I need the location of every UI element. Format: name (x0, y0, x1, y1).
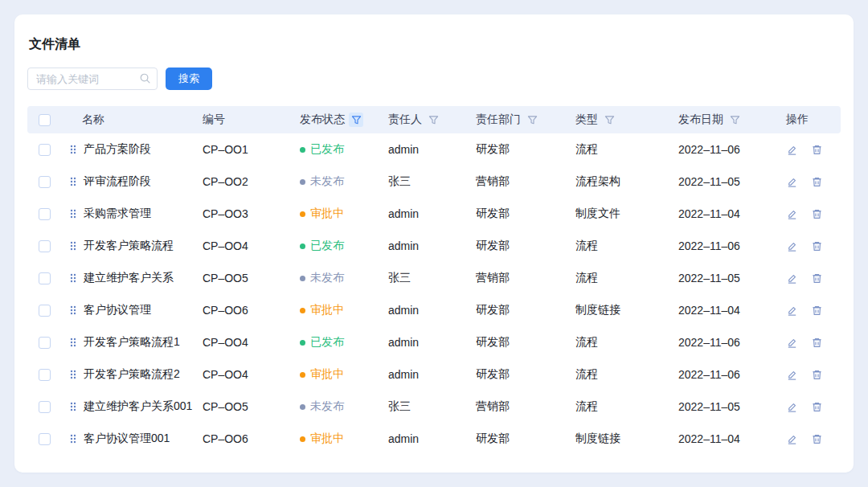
delete-icon[interactable] (811, 401, 823, 413)
row-date: 2022–11–04 (675, 432, 773, 445)
row-name: 开发客户策略流程2 (84, 367, 180, 382)
table-row: 开发客户策略流程2 CP–OO4 审批中 admin 研发部 流程 2022–1… (27, 358, 841, 391)
table-row: 客户协议管理001 CP–OO6 审批中 admin 研发部 制度链接 2022… (27, 423, 841, 455)
row-checkbox[interactable] (39, 144, 51, 156)
column-label: 名称 (82, 113, 104, 127)
table-row: 评审流程阶段 CP–OO2 未发布 张三 营销部 流程架构 2022–11–05 (27, 166, 841, 198)
table-row: 采购需求管理 CP–OO3 审批中 admin 研发部 制度文件 2022–11… (27, 198, 841, 230)
column-label: 操作 (786, 113, 809, 127)
status-dot-icon (300, 372, 305, 378)
row-checkbox[interactable] (39, 240, 51, 252)
delete-icon[interactable] (811, 240, 823, 252)
edit-icon[interactable] (786, 433, 798, 445)
column-header-code: 编号 (199, 113, 296, 127)
drag-handle-icon[interactable] (69, 433, 77, 444)
search-button[interactable]: 搜索 (166, 68, 212, 90)
edit-icon[interactable] (786, 176, 798, 188)
row-owner: 张三 (386, 174, 473, 189)
drag-handle-icon[interactable] (69, 144, 77, 155)
drag-handle-icon[interactable] (69, 305, 77, 316)
select-all-cell (27, 114, 61, 126)
row-code: CP–OO5 (199, 272, 296, 284)
column-label: 类型 (575, 113, 598, 127)
edit-icon[interactable] (786, 369, 798, 381)
column-label: 责任部门 (476, 113, 521, 127)
row-status: 未发布 (310, 271, 344, 285)
row-date: 2022–11–06 (675, 143, 773, 156)
row-checkbox[interactable] (39, 433, 51, 445)
search-input[interactable] (27, 68, 158, 90)
drag-handle-icon[interactable] (69, 369, 77, 380)
row-status: 审批中 (310, 303, 344, 317)
drag-handle-icon[interactable] (69, 240, 77, 252)
row-dept: 研发部 (473, 432, 572, 446)
filter-icon[interactable] (727, 113, 742, 127)
edit-icon[interactable] (786, 337, 798, 349)
row-date: 2022–11–04 (675, 207, 773, 220)
delete-icon[interactable] (811, 305, 823, 317)
filter-icon[interactable] (525, 113, 539, 127)
row-status: 已发布 (310, 239, 344, 253)
row-status: 已发布 (310, 142, 344, 157)
row-owner: admin (386, 432, 473, 445)
row-checkbox[interactable] (39, 208, 51, 220)
column-header-owner: 责任人 (386, 113, 473, 127)
drag-handle-icon[interactable] (69, 176, 77, 187)
edit-icon[interactable] (786, 144, 798, 156)
row-date: 2022–11–05 (675, 272, 773, 284)
row-checkbox[interactable] (39, 337, 51, 349)
row-code: CP–OO4 (199, 239, 296, 252)
row-dept: 研发部 (473, 335, 572, 350)
row-status: 审批中 (310, 207, 344, 221)
filter-icon[interactable] (426, 113, 440, 127)
row-owner: 张三 (386, 399, 473, 414)
drag-handle-icon[interactable] (69, 272, 77, 284)
edit-icon[interactable] (786, 240, 798, 252)
row-name: 评审流程阶段 (84, 174, 151, 189)
row-checkbox[interactable] (39, 272, 51, 284)
delete-icon[interactable] (811, 272, 823, 284)
row-date: 2022–11–06 (675, 368, 773, 381)
row-dept: 研发部 (473, 142, 572, 157)
table-row: 建立维护客户关系 CP–OO5 未发布 张三 营销部 流程 2022–11–05 (27, 262, 841, 294)
filter-icon[interactable] (602, 113, 616, 127)
row-date: 2022–11–06 (675, 336, 773, 349)
delete-icon[interactable] (811, 369, 823, 381)
file-list-card: 文件清单 搜索 名称编号发布状态责任人责任部门类型发布日期操作 产品方案阶段 (14, 14, 854, 473)
delete-icon[interactable] (811, 433, 823, 445)
row-status-cell: 未发布 (296, 174, 386, 189)
edit-icon[interactable] (786, 208, 798, 220)
row-date: 2022–11–06 (675, 239, 773, 252)
row-dept: 营销部 (473, 174, 572, 189)
delete-icon[interactable] (811, 337, 823, 349)
row-date: 2022–11–04 (675, 304, 773, 317)
filter-icon[interactable] (349, 113, 363, 127)
drag-handle-icon[interactable] (69, 337, 77, 348)
select-all-checkbox[interactable] (39, 114, 51, 126)
toolbar: 搜索 (27, 68, 841, 90)
row-dept: 营销部 (473, 399, 572, 414)
status-dot-icon (300, 244, 305, 249)
delete-icon[interactable] (811, 208, 823, 220)
row-type: 制度文件 (572, 207, 675, 221)
row-status-cell: 已发布 (296, 239, 386, 253)
status-dot-icon (300, 147, 305, 153)
row-code: CP–OO6 (199, 432, 296, 445)
edit-icon[interactable] (786, 272, 798, 284)
drag-handle-icon[interactable] (69, 401, 77, 412)
table-body: 产品方案阶段 CP–OO1 已发布 admin 研发部 流程 2022–11–0… (27, 133, 841, 455)
row-code: CP–OO2 (199, 175, 296, 188)
drag-handle-icon[interactable] (69, 208, 77, 219)
row-checkbox[interactable] (39, 369, 51, 381)
row-checkbox[interactable] (39, 176, 51, 188)
row-status: 未发布 (310, 399, 344, 414)
row-checkbox[interactable] (39, 401, 51, 413)
edit-icon[interactable] (786, 305, 798, 317)
delete-icon[interactable] (811, 176, 823, 188)
row-status-cell: 未发布 (296, 399, 386, 414)
page-title: 文件清单 (29, 35, 841, 53)
row-status-cell: 已发布 (296, 142, 386, 157)
row-checkbox[interactable] (39, 305, 51, 317)
delete-icon[interactable] (811, 144, 823, 156)
edit-icon[interactable] (786, 401, 798, 413)
